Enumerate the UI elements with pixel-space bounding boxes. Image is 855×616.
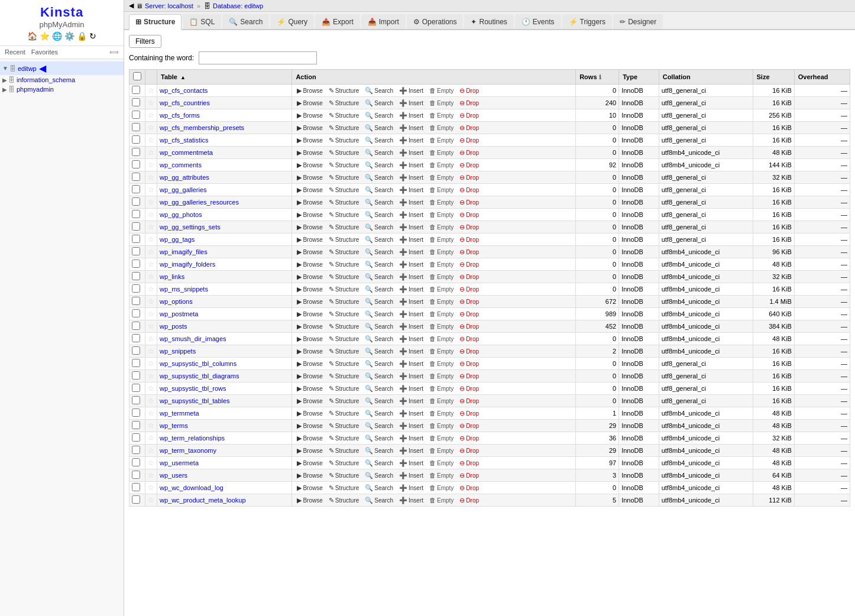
insert-btn[interactable]: ➕ Insert [397, 446, 426, 455]
structure-btn[interactable]: ✎ Structure [326, 223, 362, 232]
drop-btn[interactable]: ⊖ Drop [457, 496, 481, 505]
empty-btn[interactable]: 🗑 Empty [427, 124, 456, 132]
browse-btn[interactable]: ▶ Browse [294, 136, 325, 145]
insert-btn[interactable]: ➕ Insert [397, 297, 426, 306]
empty-btn[interactable]: 🗑 Empty [427, 161, 456, 169]
filter-input[interactable] [199, 51, 317, 64]
search-btn[interactable]: 🔍 Search [362, 359, 396, 368]
favorite-star[interactable]: ☆ [148, 297, 154, 306]
structure-btn[interactable]: ✎ Structure [326, 198, 362, 207]
table-name-link[interactable]: wp_cfs_statistics [160, 137, 209, 144]
drop-btn[interactable]: ⊖ Drop [457, 273, 481, 281]
drop-btn[interactable]: ⊖ Drop [457, 422, 481, 430]
insert-btn[interactable]: ➕ Insert [397, 223, 426, 232]
browse-btn[interactable]: ▶ Browse [294, 384, 325, 393]
favorite-star[interactable]: ☆ [148, 161, 154, 169]
sidebar-item-editwp[interactable]: ▼ 🗄 editwp ◀ [0, 61, 124, 75]
table-name-link[interactable]: wp_gg_settings_sets [160, 223, 221, 231]
structure-btn[interactable]: ✎ Structure [326, 124, 362, 132]
empty-btn[interactable]: 🗑 Empty [427, 459, 456, 467]
row-checkbox[interactable] [132, 446, 140, 454]
drop-btn[interactable]: ⊖ Drop [457, 446, 481, 455]
drop-btn[interactable]: ⊖ Drop [457, 148, 481, 157]
row-checkbox[interactable] [132, 346, 140, 355]
drop-btn[interactable]: ⊖ Drop [457, 111, 481, 120]
table-name-link[interactable]: wp_term_relationships [160, 435, 225, 442]
favorite-star[interactable]: ☆ [148, 409, 154, 417]
search-btn[interactable]: 🔍 Search [362, 186, 396, 194]
insert-btn[interactable]: ➕ Insert [397, 273, 426, 281]
empty-btn[interactable]: 🗑 Empty [427, 186, 456, 194]
table-name-link[interactable]: wp_users [160, 472, 187, 479]
browse-btn[interactable]: ▶ Browse [294, 235, 325, 244]
empty-btn[interactable]: 🗑 Empty [427, 422, 456, 430]
insert-btn[interactable]: ➕ Insert [397, 322, 426, 331]
table-name-link[interactable]: wp_term_taxonomy [160, 447, 216, 454]
browse-btn[interactable]: ▶ Browse [294, 161, 325, 170]
favorite-star[interactable]: ☆ [148, 285, 154, 293]
drop-btn[interactable]: ⊖ Drop [457, 173, 481, 182]
tab-query[interactable]: ⚡ Query [270, 14, 314, 29]
drop-btn[interactable]: ⊖ Drop [457, 260, 481, 269]
insert-btn[interactable]: ➕ Insert [397, 198, 426, 207]
search-btn[interactable]: 🔍 Search [362, 223, 396, 232]
search-btn[interactable]: 🔍 Search [362, 86, 396, 95]
favorite-star[interactable]: ☆ [148, 223, 154, 231]
row-checkbox[interactable] [132, 160, 140, 168]
tab-events[interactable]: 🕐 Events [515, 14, 561, 29]
table-name-link[interactable]: wp_comments [160, 161, 202, 168]
search-btn[interactable]: 🔍 Search [362, 210, 396, 219]
drop-btn[interactable]: ⊖ Drop [457, 99, 481, 108]
row-checkbox[interactable] [132, 148, 140, 156]
search-btn[interactable]: 🔍 Search [362, 446, 396, 455]
browse-btn[interactable]: ▶ Browse [294, 347, 325, 356]
structure-btn[interactable]: ✎ Structure [326, 434, 362, 443]
favorite-star[interactable]: ☆ [148, 484, 154, 492]
search-btn[interactable]: 🔍 Search [362, 235, 396, 244]
structure-btn[interactable]: ✎ Structure [326, 186, 362, 194]
row-checkbox[interactable] [132, 272, 140, 280]
browse-btn[interactable]: ▶ Browse [294, 322, 325, 331]
insert-btn[interactable]: ➕ Insert [397, 397, 426, 406]
search-btn[interactable]: 🔍 Search [362, 459, 396, 468]
favorite-star[interactable]: ☆ [148, 359, 154, 368]
structure-btn[interactable]: ✎ Structure [326, 384, 362, 393]
row-checkbox[interactable] [132, 197, 140, 206]
row-checkbox[interactable] [132, 185, 140, 193]
search-btn[interactable]: 🔍 Search [362, 409, 396, 418]
insert-btn[interactable]: ➕ Insert [397, 111, 426, 120]
empty-btn[interactable]: 🗑 Empty [427, 198, 456, 206]
insert-btn[interactable]: ➕ Insert [397, 409, 426, 418]
row-checkbox[interactable] [132, 322, 140, 330]
structure-btn[interactable]: ✎ Structure [326, 310, 362, 319]
search-btn[interactable]: 🔍 Search [362, 310, 396, 319]
table-name-link[interactable]: wp_posts [160, 323, 187, 330]
insert-btn[interactable]: ➕ Insert [397, 484, 426, 492]
tab-export[interactable]: 📤 Export [315, 14, 360, 29]
structure-btn[interactable]: ✎ Structure [326, 297, 362, 306]
structure-btn[interactable]: ✎ Structure [326, 260, 362, 269]
browse-btn[interactable]: ▶ Browse [294, 397, 325, 406]
favorite-star[interactable]: ☆ [148, 434, 154, 442]
sidebar-item-information-schema[interactable]: ▶ 🗄 information_schema [0, 75, 124, 85]
table-name-link[interactable]: wp_cfs_contacts [160, 87, 208, 94]
favorite-star[interactable]: ☆ [148, 248, 154, 256]
insert-btn[interactable]: ➕ Insert [397, 496, 426, 505]
structure-btn[interactable]: ✎ Structure [326, 422, 362, 430]
back-button[interactable]: ◀ [129, 2, 134, 9]
empty-btn[interactable]: 🗑 Empty [427, 384, 456, 393]
empty-btn[interactable]: 🗑 Empty [427, 260, 456, 268]
insert-btn[interactable]: ➕ Insert [397, 148, 426, 157]
table-name-link[interactable]: wp_supsystic_tbl_rows [160, 385, 226, 392]
empty-btn[interactable]: 🗑 Empty [427, 310, 456, 318]
empty-btn[interactable]: 🗑 Empty [427, 484, 456, 492]
structure-btn[interactable]: ✎ Structure [326, 210, 362, 219]
table-name-link[interactable]: wp_links [160, 273, 184, 280]
insert-btn[interactable]: ➕ Insert [397, 248, 426, 257]
rows-header[interactable]: Rows ℹ [576, 70, 619, 85]
drop-btn[interactable]: ⊖ Drop [457, 297, 481, 306]
drop-btn[interactable]: ⊖ Drop [457, 434, 481, 443]
drop-btn[interactable]: ⊖ Drop [457, 161, 481, 170]
structure-btn[interactable]: ✎ Structure [326, 161, 362, 170]
insert-btn[interactable]: ➕ Insert [397, 173, 426, 182]
